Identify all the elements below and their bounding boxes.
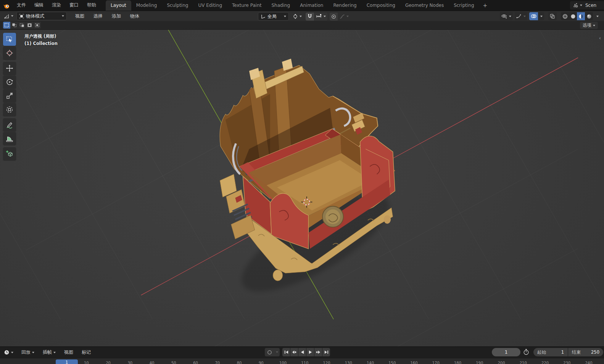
next-keyframe-button[interactable] bbox=[314, 348, 322, 356]
viewport-menu-3[interactable]: 物体 bbox=[126, 11, 144, 21]
pivot-point-button[interactable] bbox=[291, 13, 303, 21]
sidebar-collapse-arrow[interactable]: ‹ bbox=[599, 35, 601, 41]
select-mode-set[interactable] bbox=[3, 22, 10, 29]
auto-key-toggle[interactable] bbox=[265, 348, 274, 356]
tool-rotate[interactable] bbox=[3, 76, 16, 89]
proportional-editing-toggle[interactable] bbox=[330, 13, 338, 21]
frame-start-field[interactable]: 起始 1 bbox=[533, 348, 568, 356]
select-mode-invert[interactable] bbox=[26, 22, 33, 29]
mode-label: 物体模式 bbox=[26, 13, 44, 19]
select-mode-subtract[interactable] bbox=[18, 22, 26, 29]
tab-scripting[interactable]: Scripting bbox=[449, 0, 479, 11]
shading-mode-group bbox=[561, 12, 593, 20]
chevron-down-icon[interactable] bbox=[596, 16, 599, 17]
topbar-menu-1[interactable]: 编辑 bbox=[30, 0, 48, 11]
mode-select[interactable]: 物体模式 bbox=[16, 12, 67, 20]
prev-keyframe-icon bbox=[292, 350, 297, 354]
shading-material-button[interactable] bbox=[577, 12, 585, 20]
grid-line bbox=[0, 30, 153, 319]
material-sphere-icon bbox=[578, 14, 584, 19]
select-intersect-icon bbox=[35, 23, 40, 27]
viewport-menus: 视图选择添加物体 bbox=[71, 11, 144, 21]
tab-texture-paint[interactable]: Texture Paint bbox=[227, 0, 266, 11]
play-reverse-icon bbox=[300, 350, 304, 354]
tool-scale[interactable] bbox=[3, 89, 16, 102]
tab-rendering[interactable]: Rendering bbox=[328, 0, 361, 11]
jump-to-end-button[interactable] bbox=[322, 348, 330, 356]
blender-logo-icon[interactable] bbox=[0, 3, 13, 11]
tool-move[interactable] bbox=[3, 62, 16, 75]
overlays-toggle[interactable] bbox=[529, 12, 538, 20]
scene-selector[interactable]: Scen bbox=[570, 1, 604, 10]
viewport-display-group bbox=[500, 12, 599, 20]
snap-toggle[interactable] bbox=[306, 13, 314, 21]
frame-end-field[interactable]: 结束 250 bbox=[568, 348, 603, 356]
jump-to-start-button[interactable] bbox=[282, 348, 290, 356]
play-icon bbox=[308, 350, 312, 354]
timeline-menus: 回放插帧视图标记 bbox=[17, 349, 95, 356]
tab-geometry-nodes[interactable]: Geometry Nodes bbox=[400, 0, 449, 11]
tab-compositing[interactable]: Compositing bbox=[362, 0, 400, 11]
ruler-label-10: 10 bbox=[84, 361, 89, 364]
options-button[interactable]: 选项 bbox=[580, 22, 598, 29]
tab-modeling[interactable]: Modeling bbox=[131, 0, 162, 11]
gizmos-button[interactable] bbox=[515, 12, 527, 20]
tab-sculpting[interactable]: Sculpting bbox=[162, 0, 193, 11]
playhead-badge[interactable]: 1 bbox=[56, 359, 78, 364]
shading-wireframe-button[interactable] bbox=[561, 12, 569, 20]
editor-type-button[interactable] bbox=[2, 12, 15, 20]
topbar-menu-3[interactable]: 窗口 bbox=[65, 0, 83, 11]
proportional-falloff-button[interactable] bbox=[338, 13, 350, 21]
overlays-dropdown[interactable] bbox=[538, 12, 544, 20]
timeline-menu-2[interactable]: 视图 bbox=[60, 349, 77, 356]
topbar-menu-0[interactable]: 文件 bbox=[13, 0, 30, 11]
chevron-down-icon bbox=[62, 15, 64, 17]
show-object-types-button[interactable] bbox=[500, 12, 513, 20]
auto-key-dropdown[interactable] bbox=[274, 348, 280, 356]
timeline-menu-0[interactable]: 回放 bbox=[17, 349, 39, 356]
tool-transform[interactable] bbox=[3, 103, 16, 116]
tool-cursor[interactable] bbox=[3, 47, 16, 60]
tab-layout[interactable]: Layout bbox=[106, 0, 131, 11]
add-workspace-button[interactable]: + bbox=[479, 1, 491, 11]
viewport-menu-0[interactable]: 视图 bbox=[71, 11, 89, 21]
transform-orientation-select[interactable]: 全局 bbox=[258, 12, 289, 21]
viewport-3d[interactable]: 用户透视 (局部) (1) Collection bbox=[0, 30, 604, 346]
prev-keyframe-button[interactable] bbox=[290, 348, 298, 356]
play-reverse-button[interactable] bbox=[298, 348, 306, 356]
topbar: 文件编辑渲染窗口帮助 LayoutModelingSculptingUV Edi… bbox=[0, 0, 604, 11]
timeline-editor-type-button[interactable] bbox=[2, 348, 15, 356]
tab-uv-editing[interactable]: UV Editing bbox=[193, 0, 227, 11]
tool-measure[interactable] bbox=[3, 132, 16, 145]
ruler-label-230: 230 bbox=[563, 361, 570, 364]
toolbar bbox=[3, 33, 16, 161]
topbar-menu-2[interactable]: 渲染 bbox=[48, 0, 65, 11]
select-mode-intersect[interactable] bbox=[34, 22, 41, 29]
falloff-curve-icon bbox=[340, 14, 345, 19]
timeline-menu-1[interactable]: 插帧 bbox=[39, 349, 60, 356]
play-button[interactable] bbox=[306, 348, 314, 356]
viewport-menu-2[interactable]: 添加 bbox=[107, 11, 126, 21]
tab-animation[interactable]: Animation bbox=[295, 0, 328, 11]
tool-add-cube[interactable] bbox=[3, 147, 16, 160]
shading-rendered-button[interactable] bbox=[585, 12, 593, 20]
shading-solid-button[interactable] bbox=[569, 12, 577, 20]
timeline-menu-3[interactable]: 标记 bbox=[77, 349, 95, 356]
chevron-down-icon bbox=[346, 16, 349, 17]
tool-box-select[interactable] bbox=[3, 33, 16, 46]
blender-logo-icon bbox=[3, 3, 10, 9]
xray-toggle[interactable] bbox=[548, 12, 557, 20]
tab-shading[interactable]: Shading bbox=[266, 0, 295, 11]
topbar-menu-4[interactable]: 帮助 bbox=[83, 0, 100, 11]
timeline-ruler[interactable]: 1 10203040506070809010011012013014015016… bbox=[0, 358, 604, 364]
viewport-menu-1[interactable]: 选择 bbox=[89, 11, 107, 21]
tool-annotate[interactable] bbox=[3, 118, 16, 131]
topbar-menus: 文件编辑渲染窗口帮助 bbox=[13, 0, 100, 11]
grid-line bbox=[79, 30, 245, 319]
use-preview-range-button[interactable] bbox=[523, 349, 529, 355]
model-ornate-chest[interactable] bbox=[220, 59, 395, 281]
select-mode-extend[interactable] bbox=[11, 22, 18, 29]
snap-target-button[interactable] bbox=[314, 13, 327, 21]
current-frame-field[interactable]: 1 bbox=[492, 348, 520, 356]
chevron-down-icon bbox=[324, 16, 326, 17]
